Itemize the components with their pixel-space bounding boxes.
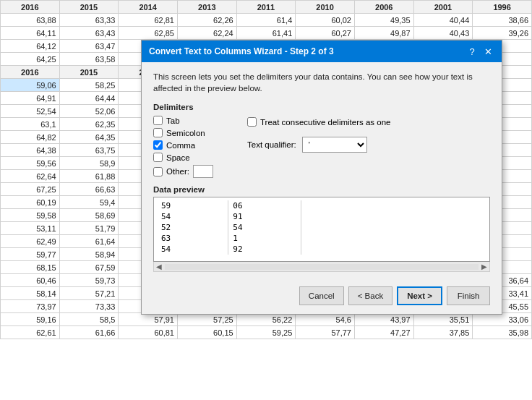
sheet-row: 63,8863,3362,81 62,2661,460,02 49,3540,4… <box>1 14 532 27</box>
semicolon-label: Semicolon <box>166 129 205 137</box>
semicolon-checkbox-row[interactable]: Semicolon <box>153 128 233 137</box>
preview-row: 5254 <box>157 222 301 233</box>
preview-horiz-scroll[interactable]: ◀ ▶ <box>153 262 490 272</box>
semicolon-checkbox[interactable] <box>153 128 163 137</box>
preview-row: 631 <box>157 233 301 244</box>
other-checkbox[interactable] <box>153 167 163 176</box>
other-checkbox-row[interactable]: Other: <box>153 167 189 176</box>
dialog-description: This screen lets you set the delimiters … <box>153 71 490 94</box>
next-button[interactable]: Next > <box>397 286 442 305</box>
qualifier-row: Text qualifier: ' " {none} <box>247 137 390 153</box>
comma-label: Comma <box>166 141 195 150</box>
consecutive-checkbox-row[interactable]: Treat consecutive delimiters as one <box>247 117 390 127</box>
sheet-row: 62,6161,6660,81 60,1559,2557,77 47,2737,… <box>1 326 532 339</box>
preview-box[interactable]: 5906 5491 5254 631 5492 <box>153 197 490 262</box>
space-checkbox-row[interactable]: Space <box>153 153 233 162</box>
sheet-row: 64,1163,4362,85 62,2461,4160,27 49,8740,… <box>1 27 532 40</box>
titlebar-buttons: ? ✕ <box>466 45 494 58</box>
dialog-footer: Cancel < Back Next > Finish <box>142 281 502 314</box>
preview-row: 5906 <box>157 200 301 211</box>
sheet-row: 2016 2015 2014 2013 2011 2010 2006 2001 … <box>1 1 532 14</box>
space-label: Space <box>166 153 190 162</box>
preview-row: 5492 <box>157 244 301 255</box>
scroll-right-arrow[interactable]: ▶ <box>479 263 489 271</box>
data-preview-label: Data preview <box>153 185 490 194</box>
tab-label: Tab <box>166 116 180 125</box>
back-button[interactable]: < Back <box>348 286 392 305</box>
delimiters-right: Treat consecutive delimiters as one Text… <box>233 116 390 178</box>
qualifier-select[interactable]: ' " {none} <box>302 137 367 153</box>
scroll-left-arrow[interactable]: ◀ <box>154 263 164 271</box>
dialog-body: This screen lets you set the delimiters … <box>142 62 502 281</box>
delimiters-section: Tab Semicolon Comma Space Oth <box>153 116 490 178</box>
delimiters-left: Tab Semicolon Comma Space Oth <box>153 116 233 178</box>
consecutive-checkbox[interactable] <box>247 117 257 127</box>
qualifier-label: Text qualifier: <box>247 140 296 149</box>
other-label: Other: <box>166 167 189 176</box>
help-button[interactable]: ? <box>466 45 479 58</box>
comma-checkbox-row[interactable]: Comma <box>153 140 233 150</box>
space-checkbox[interactable] <box>153 153 163 162</box>
preview-row: 5491 <box>157 211 301 222</box>
close-button[interactable]: ✕ <box>481 45 494 58</box>
other-row: Other: <box>153 165 233 178</box>
finish-button[interactable]: Finish <box>447 286 490 305</box>
dialog-title: Convert Text to Columns Wizard - Step 2 … <box>149 46 334 56</box>
comma-checkbox[interactable] <box>153 140 163 150</box>
tab-checkbox-row[interactable]: Tab <box>153 116 233 125</box>
consecutive-label: Treat consecutive delimiters as one <box>260 118 390 127</box>
preview-table: 5906 5491 5254 631 5492 <box>157 200 301 255</box>
wizard-dialog: Convert Text to Columns Wizard - Step 2 … <box>141 40 502 315</box>
tab-checkbox[interactable] <box>153 116 163 125</box>
other-input[interactable] <box>193 165 213 178</box>
sheet-row: 59,1658,557,91 57,2556,2254,6 43,9735,51… <box>1 313 532 326</box>
dialog-titlebar: Convert Text to Columns Wizard - Step 2 … <box>142 41 502 62</box>
delimiters-label: Delimiters <box>153 103 490 111</box>
cancel-button[interactable]: Cancel <box>299 286 344 305</box>
